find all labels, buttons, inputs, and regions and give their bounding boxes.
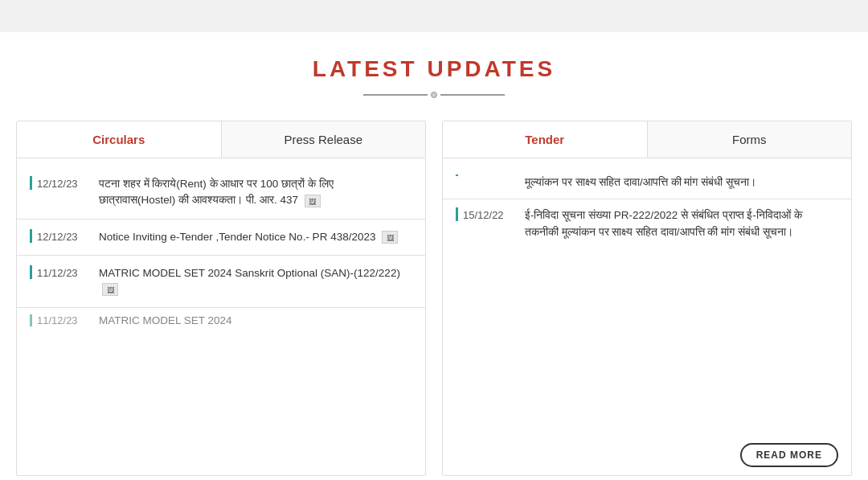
item-text: Notice Inviting e-Tender ,Tender Notice … — [99, 229, 412, 245]
tab-forms[interactable]: Forms — [648, 121, 852, 158]
panels-container: Circulars Press Release 12/12/23 पटना शह… — [16, 121, 852, 476]
list-item: मूल्यांकन पर साक्ष्य सहित दावा/आपत्ति की… — [443, 166, 851, 199]
partial-list-item: 11/12/23 MATRIC MODEL SET 2024 — [17, 308, 425, 330]
item-date: 12/12/23 — [30, 229, 86, 243]
list-item: 11/12/23 MATRIC MODEL SET 2024 Sanskrit … — [17, 256, 425, 309]
list-item: 15/12/22 ई-निविदा सूचना संख्या PR-222/20… — [443, 199, 851, 248]
divider-line-left — [363, 94, 428, 96]
item-text: पटना शहर में किराये(Rent) के आधार पर 100… — [99, 176, 412, 209]
partial-date: 11/12/23 — [30, 314, 86, 326]
item-text-content: Notice Inviting e-Tender ,Tender Notice … — [99, 231, 375, 243]
item-date: 15/12/22 — [456, 207, 512, 221]
read-more-button[interactable]: READ MORE — [740, 443, 838, 467]
item-text: ई-निविदा सूचना संख्या PR-222/2022 से संब… — [525, 207, 838, 240]
section-title: LATEST UPDATES — [16, 56, 852, 82]
item-date: 11/12/23 — [30, 265, 86, 279]
tab-tender[interactable]: Tender — [443, 121, 648, 158]
item-date: 12/12/23 — [30, 176, 86, 190]
item-text: MATRIC MODEL SET 2024 Sanskrit Optional … — [99, 265, 412, 298]
attachment-icon[interactable]: 🖼 — [305, 195, 321, 207]
item-text-content: MATRIC MODEL SET 2024 Sanskrit Optional … — [99, 267, 400, 279]
item-text-content: पटना शहर में किराये(Rent) के आधार पर 100… — [99, 178, 334, 206]
right-tabs: Tender Forms — [443, 121, 851, 158]
item-date — [456, 174, 512, 176]
tab-circulars[interactable]: Circulars — [17, 121, 222, 158]
right-tab-content: मूल्यांकन पर साक्ष्य सहित दावा/आपत्ति की… — [443, 158, 851, 432]
left-panel: Circulars Press Release 12/12/23 पटना शह… — [16, 121, 426, 476]
divider-dot — [431, 92, 437, 98]
list-item: 12/12/23 पटना शहर में किराये(Rent) के आध… — [17, 166, 425, 219]
item-text: मूल्यांकन पर साक्ष्य सहित दावा/आपत्ति की… — [525, 174, 838, 191]
main-content: LATEST UPDATES Circulars Press Release 1… — [0, 32, 868, 480]
read-more-row: READ MORE — [443, 432, 851, 475]
attachment-icon[interactable]: 🖼 — [382, 231, 398, 244]
partial-text: MATRIC MODEL SET 2024 — [99, 314, 232, 326]
top-bar — [0, 0, 868, 32]
right-panel: Tender Forms मूल्यांकन पर साक्ष्य सहित द… — [442, 121, 852, 476]
tab-press-release[interactable]: Press Release — [222, 121, 426, 158]
divider-line-right — [440, 94, 505, 96]
list-item: 12/12/23 Notice Inviting e-Tender ,Tende… — [17, 219, 425, 256]
left-tab-content: 12/12/23 पटना शहर में किराये(Rent) के आध… — [17, 158, 425, 432]
left-tabs: Circulars Press Release — [17, 121, 425, 158]
attachment-icon[interactable]: 🖼 — [102, 283, 118, 296]
title-divider — [16, 92, 852, 98]
